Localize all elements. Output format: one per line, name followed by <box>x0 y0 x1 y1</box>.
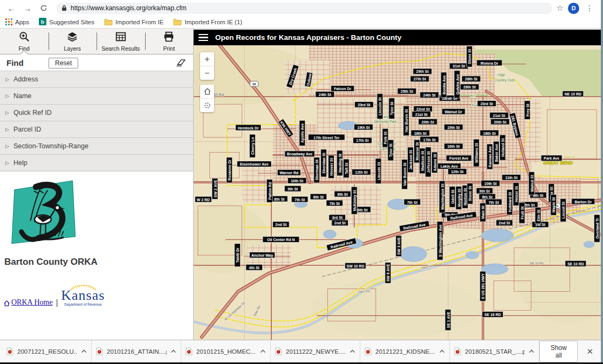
svg-text:21st St: 21st St <box>415 113 428 116</box>
svg-text:3rd St: 3rd St <box>332 216 342 219</box>
svg-text:b: b <box>41 18 44 25</box>
svg-text:Morton St: Morton St <box>463 188 467 205</box>
chrome-menu-icon[interactable]: ⋮ <box>584 4 595 12</box>
svg-text:Polk St: Polk St <box>383 131 387 144</box>
download-filename: 20071221_RESOLU....pdf <box>17 348 77 355</box>
svg-text:SW 3 AVE: SW 3 AVE <box>397 237 401 255</box>
close-downloads-icon[interactable]: ✕ <box>586 347 593 356</box>
accordion-item-help[interactable]: ▷Help <box>0 154 193 171</box>
pdf-icon <box>96 347 103 355</box>
download-menu-caret-icon[interactable] <box>81 349 87 353</box>
svg-text:W 2 RD: W 2 RD <box>197 198 210 202</box>
folder-icon <box>173 18 182 26</box>
accordion-item-address[interactable]: ▷Address <box>0 71 193 88</box>
find-icon <box>18 31 30 45</box>
svg-text:19th St: 19th St <box>357 126 370 129</box>
svg-text:Eisenhower Ave: Eisenhower Ave <box>240 162 269 166</box>
tool-print[interactable]: Print <box>145 29 194 54</box>
svg-text:10th St: 10th St <box>484 182 497 186</box>
hamburger-menu-icon[interactable] <box>198 34 208 42</box>
svg-text:10th St: 10th St <box>291 179 304 183</box>
svg-text:SE 16 RD: SE 16 RD <box>484 313 501 317</box>
zoom-out-button[interactable]: − <box>200 66 214 80</box>
svg-text:Forest Ave: Forest Ave <box>449 156 468 160</box>
svg-text:8th St: 8th St <box>482 195 493 199</box>
svg-text:SW 10 RD: SW 10 RD <box>347 264 365 268</box>
zoom-in-button[interactable]: + <box>200 52 214 66</box>
eraser-icon[interactable] <box>175 59 187 67</box>
pdf-icon <box>275 347 282 355</box>
bookmark-suggested-sites[interactable]: bSuggested Sites <box>39 18 94 26</box>
profile-avatar[interactable]: D <box>568 3 579 14</box>
download-item[interactable]: 20111222_NEWYE....pdf <box>271 340 360 362</box>
tool-search-results[interactable]: Search Results <box>97 29 145 54</box>
accordion-item-section-township-range[interactable]: ▷Section-Township-Range <box>0 138 193 155</box>
downloads-bar-right: Show all ✕ <box>539 341 601 362</box>
svg-text:9th St: 9th St <box>479 189 490 193</box>
svg-text:Jackson St: Jackson St <box>409 149 413 169</box>
lock-icon <box>61 5 67 11</box>
download-item[interactable]: 20101215_HOMEC....pdf <box>181 340 271 362</box>
refresh-button[interactable] <box>37 2 50 15</box>
svg-text:12th St: 12th St <box>451 170 464 174</box>
svg-text:22nd St: 22nd St <box>416 107 430 111</box>
svg-text:8th St: 8th St <box>274 197 285 201</box>
orka-home-link[interactable]: ORKA Home <box>3 298 53 307</box>
svg-text:16th St: 16th St <box>447 145 460 148</box>
chrome-right-controls: ☆ D ⋮ <box>557 3 595 14</box>
svg-text:Lincoln St: Lincoln St <box>378 97 382 115</box>
bookmark-star-icon[interactable]: ☆ <box>557 3 564 13</box>
svg-text:23rd St: 23rd St <box>358 103 371 107</box>
download-menu-caret-icon[interactable] <box>439 349 445 353</box>
accordion-item-name[interactable]: ▷Name <box>0 87 193 105</box>
svg-text:Washington St: Washington St <box>441 183 445 210</box>
sidebar: FindLayersSearch ResultsPrint Find Reset… <box>0 29 194 340</box>
svg-text:Kansas Ave: Kansas Ave <box>488 146 492 167</box>
reset-button[interactable]: Reset <box>49 58 78 68</box>
basemap-svg: NW 10 RdVeteransMemorial ParkGreat BendC… <box>194 45 601 340</box>
svg-text:7th St: 7th St <box>294 198 305 202</box>
show-all-button[interactable]: Show all <box>539 341 578 362</box>
kansas-dor-link[interactable]: Kansas Department of Revenue <box>61 284 105 307</box>
svg-text:2nd St: 2nd St <box>275 223 287 226</box>
svg-text:31st St: 31st St <box>453 64 465 68</box>
map-canvas[interactable]: + − <box>194 45 601 340</box>
download-item[interactable]: 20180521_STAR_....pdf <box>450 340 539 362</box>
svg-text:Brit: Brit <box>470 94 475 98</box>
download-menu-caret-icon[interactable] <box>529 349 535 353</box>
svg-text:20th St: 20th St <box>422 120 435 124</box>
accordion-label: Quick Ref ID <box>13 109 52 116</box>
back-button[interactable]: ← <box>5 2 18 15</box>
accordion-item-quick-ref-id[interactable]: ▷Quick Ref ID <box>0 104 193 121</box>
print-icon <box>163 31 175 45</box>
svg-text:26th St: 26th St <box>463 85 476 89</box>
svg-text:SE 10 Rd: SE 10 Rd <box>530 262 543 265</box>
forward-button[interactable]: → <box>21 2 34 15</box>
svg-text:Country Club: Country Club <box>494 78 515 83</box>
address-bar[interactable]: https://www.kansasgis.org/orka/map.cfm <box>56 3 552 14</box>
svg-text:ridge: ridge <box>497 73 505 77</box>
bookmark-apps[interactable]: Apps <box>5 18 29 26</box>
org-name: Barton County ORKA <box>4 257 193 267</box>
home-extent-button[interactable] <box>200 85 214 98</box>
download-menu-caret-icon[interactable] <box>170 349 176 353</box>
svg-text:Tyler St: Tyler St <box>389 143 393 157</box>
tool-layers[interactable]: Layers <box>49 29 97 54</box>
download-item[interactable]: 20071221_RESOLU....pdf <box>2 340 92 362</box>
accordion-label: Parcel ID <box>13 126 41 133</box>
accordion-item-parcel-id[interactable]: ▷Parcel ID <box>0 121 193 138</box>
panel-title: Find <box>6 58 49 67</box>
svg-text:Holland St: Holland St <box>501 138 505 157</box>
locate-button[interactable] <box>200 98 214 112</box>
svg-text:Tyler St: Tyler St <box>390 101 394 115</box>
download-menu-caret-icon[interactable] <box>260 349 266 353</box>
svg-text:Lakin Ave: Lakin Ave <box>441 164 458 168</box>
svg-text:Elm St: Elm St <box>537 209 540 221</box>
download-item[interactable]: 20121221_KIDSNE....pdf <box>360 340 450 362</box>
download-item[interactable]: 20101216_ATTAIN....pdf <box>92 340 181 362</box>
bookmark-imported-from-ie-1-[interactable]: Imported From IE (1) <box>173 18 242 26</box>
svg-text:29th St: 29th St <box>416 70 429 73</box>
download-menu-caret-icon[interactable] <box>350 349 355 353</box>
bookmark-imported-from-ie[interactable]: Imported From IE <box>104 18 163 26</box>
bing-icon: b <box>39 18 46 26</box>
